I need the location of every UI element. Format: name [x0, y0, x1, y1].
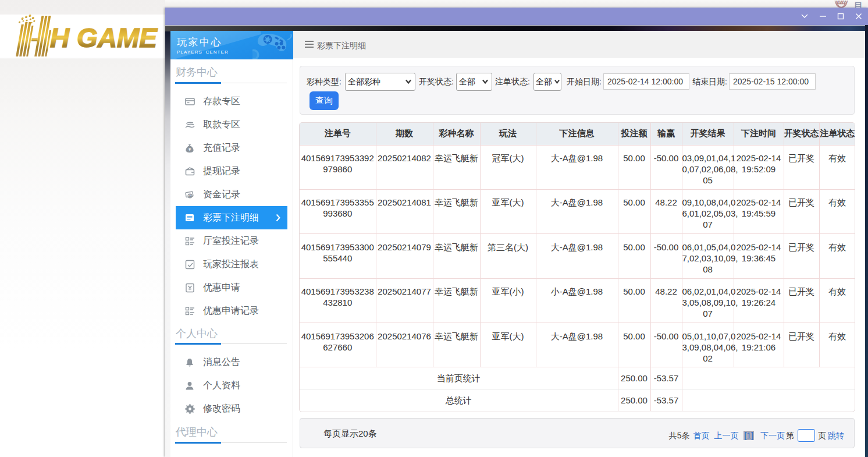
- svg-text:¥: ¥: [189, 194, 191, 198]
- svg-text:H GAME: H GAME: [50, 23, 158, 53]
